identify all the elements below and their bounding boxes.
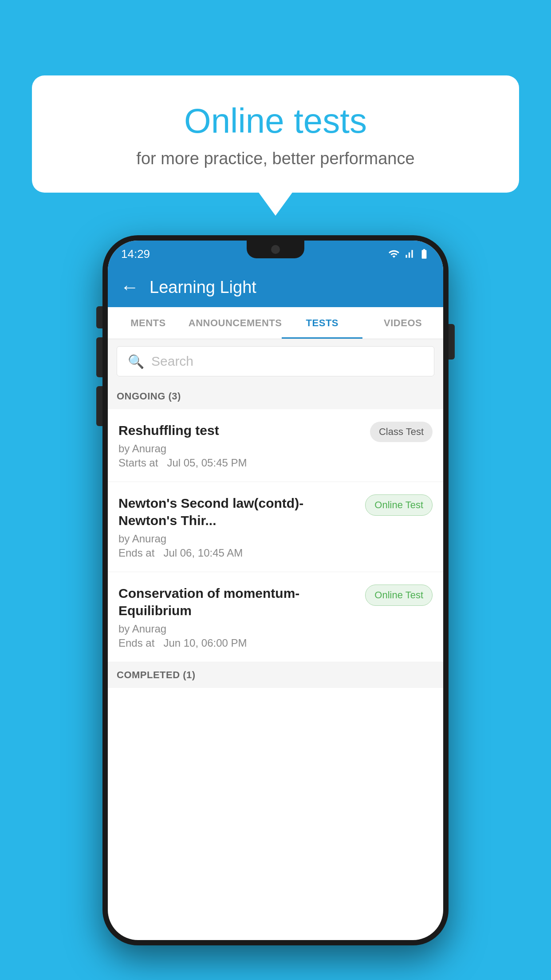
silent-button	[96, 306, 102, 328]
test-time-3: Ends at Jun 10, 06:00 PM	[118, 637, 356, 649]
notch	[247, 241, 304, 258]
app-bar-title: Learning Light	[150, 278, 256, 297]
test-name-1: Reshuffling test	[118, 422, 361, 439]
tab-ments[interactable]: MENTS	[108, 307, 189, 339]
test-item-3[interactable]: Conservation of momentum-Equilibrium by …	[108, 572, 443, 662]
test-name-3: Conservation of momentum-Equilibrium	[118, 585, 356, 619]
test-info-1: Reshuffling test by Anurag Starts at Jul…	[118, 422, 370, 469]
test-badge-3: Online Test	[365, 585, 433, 606]
back-button[interactable]: ←	[120, 278, 139, 296]
test-info-2: Newton's Second law(contd)-Newton's Thir…	[118, 494, 365, 559]
test-badge-2: Online Test	[365, 494, 433, 516]
search-input[interactable]: 🔍 Search	[117, 346, 434, 376]
power-button	[449, 324, 455, 360]
tab-videos[interactable]: VIDEOS	[362, 307, 443, 339]
test-author-2: by Anurag	[118, 533, 356, 545]
status-time: 14:29	[121, 247, 150, 261]
status-bar: 14:29	[108, 241, 443, 267]
test-item-2[interactable]: Newton's Second law(contd)-Newton's Thir…	[108, 482, 443, 572]
speech-bubble-subtitle: for more practice, better performance	[59, 149, 492, 168]
status-icons	[388, 248, 430, 260]
test-info-3: Conservation of momentum-Equilibrium by …	[118, 585, 365, 649]
signal-icon	[403, 248, 415, 260]
test-badge-1: Class Test	[370, 422, 433, 442]
completed-section-header: COMPLETED (1)	[108, 662, 443, 688]
search-placeholder: Search	[151, 354, 193, 369]
camera	[271, 245, 280, 254]
test-name-2: Newton's Second law(contd)-Newton's Thir…	[118, 494, 356, 529]
test-time-2: Ends at Jul 06, 10:45 AM	[118, 547, 356, 559]
test-item-1[interactable]: Reshuffling test by Anurag Starts at Jul…	[108, 409, 443, 482]
search-bar-container: 🔍 Search	[108, 339, 443, 383]
tab-bar: MENTS ANNOUNCEMENTS TESTS VIDEOS	[108, 307, 443, 339]
search-icon: 🔍	[128, 354, 144, 369]
tab-announcements[interactable]: ANNOUNCEMENTS	[189, 307, 282, 339]
tab-tests[interactable]: TESTS	[282, 307, 362, 339]
test-author-1: by Anurag	[118, 443, 361, 455]
speech-bubble-title: Online tests	[59, 102, 492, 140]
app-bar: ← Learning Light	[108, 267, 443, 307]
speech-bubble: Online tests for more practice, better p…	[32, 75, 519, 193]
phone-frame: 14:29 ← Learning Light MENTS	[102, 235, 449, 945]
test-time-1: Starts at Jul 05, 05:45 PM	[118, 457, 361, 469]
phone-screen: 14:29 ← Learning Light MENTS	[108, 241, 443, 940]
test-list: Reshuffling test by Anurag Starts at Jul…	[108, 409, 443, 662]
volume-down-button	[96, 386, 102, 426]
volume-up-button	[96, 337, 102, 377]
phone-device: 14:29 ← Learning Light MENTS	[102, 235, 449, 945]
test-author-3: by Anurag	[118, 623, 356, 635]
battery-icon	[418, 248, 430, 260]
wifi-icon	[388, 248, 400, 260]
ongoing-section-header: ONGOING (3)	[108, 383, 443, 409]
